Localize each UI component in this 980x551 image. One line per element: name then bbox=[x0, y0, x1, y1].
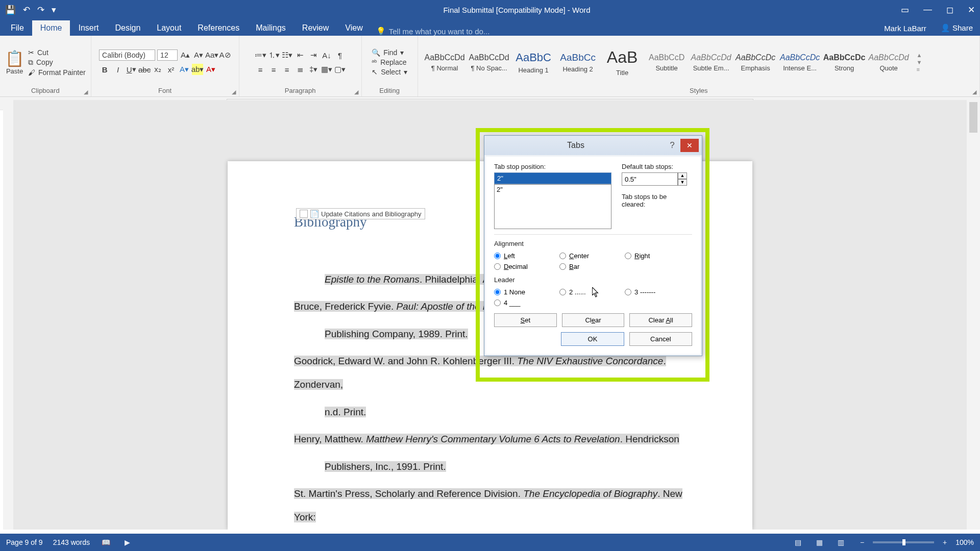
vertical-ruler[interactable] bbox=[3, 100, 13, 530]
justify-icon[interactable]: ≣ bbox=[295, 64, 306, 75]
text-effects-icon[interactable]: A▾ bbox=[179, 64, 190, 75]
clear-button[interactable]: Clear bbox=[562, 313, 625, 327]
web-layout-icon[interactable]: ▥ bbox=[835, 537, 846, 548]
align-right-icon[interactable]: ≡ bbox=[281, 64, 292, 75]
align-center-radio[interactable]: Center bbox=[559, 251, 625, 261]
minimize-icon[interactable]: — bbox=[923, 5, 932, 15]
print-layout-icon[interactable]: ▦ bbox=[814, 537, 825, 548]
zoom-slider[interactable] bbox=[873, 541, 934, 543]
tab-view[interactable]: View bbox=[337, 20, 371, 36]
style-card[interactable]: AaBbCcDcIntense E... bbox=[778, 42, 822, 82]
close-icon[interactable]: ✕ bbox=[680, 139, 699, 152]
spin-up-icon[interactable]: ▲ bbox=[678, 172, 687, 179]
indent-icon[interactable]: ⇥ bbox=[308, 49, 319, 61]
macro-icon[interactable]: ▶ bbox=[121, 537, 133, 548]
scroll-thumb[interactable] bbox=[969, 102, 977, 133]
bold-button[interactable]: B bbox=[99, 64, 110, 75]
account-name[interactable]: Mark LaBarr bbox=[877, 21, 934, 36]
style-card[interactable]: AaBbCcDd¶ No Spac... bbox=[468, 42, 511, 82]
shading-icon[interactable]: ▦▾ bbox=[321, 64, 332, 75]
list-item[interactable]: 2" bbox=[497, 186, 609, 193]
tab-insert[interactable]: Insert bbox=[70, 20, 107, 36]
outdent-icon[interactable]: ⇤ bbox=[295, 49, 306, 61]
italic-button[interactable]: I bbox=[112, 64, 124, 75]
shrink-font-icon[interactable]: A▾ bbox=[193, 49, 204, 61]
clear-format-icon[interactable]: A⊘ bbox=[219, 49, 231, 61]
format-painter-button[interactable]: 🖌Format Painter bbox=[28, 68, 86, 77]
sort-icon[interactable]: A↓ bbox=[321, 49, 332, 61]
grow-font-icon[interactable]: A▴ bbox=[180, 49, 191, 61]
align-bar-radio[interactable]: Bar bbox=[559, 261, 625, 272]
paste-button[interactable]: 📋 Paste bbox=[5, 49, 24, 75]
style-card[interactable]: AaBbCcDdSubtle Em... bbox=[690, 42, 733, 82]
font-size-select[interactable]: 12 bbox=[157, 49, 178, 61]
page-count[interactable]: Page 9 of 9 bbox=[6, 538, 43, 546]
undo-icon[interactable]: ↶ bbox=[23, 5, 30, 15]
tabstop-input[interactable] bbox=[494, 172, 611, 184]
style-gallery[interactable]: AaBbCcDd¶ NormalAaBbCcDd¶ No Spac...AaBb… bbox=[423, 40, 911, 84]
line-spacing-icon[interactable]: ‡▾ bbox=[308, 64, 319, 75]
font-family-select[interactable]: Calibri (Body) bbox=[99, 49, 155, 61]
spin-down-icon[interactable]: ▼ bbox=[678, 179, 687, 186]
zoom-level[interactable]: 100% bbox=[955, 538, 974, 546]
help-icon[interactable]: ? bbox=[664, 140, 680, 151]
clear-all-button[interactable]: Clear All bbox=[629, 313, 692, 327]
styles-expand-icon[interactable]: ≡ bbox=[917, 66, 922, 72]
highlight-icon[interactable]: ab▾ bbox=[192, 64, 203, 75]
strike-button[interactable]: abc bbox=[139, 64, 150, 75]
find-button[interactable]: 🔍Find ▾ bbox=[372, 48, 407, 57]
style-card[interactable]: AaBbCcDdQuote bbox=[867, 42, 911, 82]
font-color-icon[interactable]: A▾ bbox=[205, 64, 216, 75]
leader-1-radio[interactable]: 1 None bbox=[494, 287, 559, 297]
tab-design[interactable]: Design bbox=[107, 20, 149, 36]
style-card[interactable]: AaBbCcDd¶ Normal bbox=[423, 42, 467, 82]
tab-home[interactable]: Home bbox=[32, 20, 70, 36]
tab-layout[interactable]: Layout bbox=[149, 20, 189, 36]
share-button[interactable]: 👤 Share bbox=[934, 20, 980, 36]
ribbon-display-icon[interactable]: ▭ bbox=[901, 5, 909, 15]
vertical-scrollbar[interactable] bbox=[967, 100, 980, 530]
tabstop-list[interactable]: 2" bbox=[494, 184, 611, 229]
align-center-icon[interactable]: ≡ bbox=[268, 64, 279, 75]
tab-file[interactable]: File bbox=[3, 20, 32, 36]
set-button[interactable]: Set bbox=[494, 313, 557, 327]
spellcheck-icon[interactable]: 📖 bbox=[100, 537, 111, 548]
copy-button[interactable]: ⧉Copy bbox=[28, 58, 86, 67]
show-marks-icon[interactable]: ¶ bbox=[334, 49, 346, 61]
leader-4-radio[interactable]: 4 ___ bbox=[494, 297, 559, 308]
leader-2-radio[interactable]: 2 ...... bbox=[559, 287, 625, 297]
styles-up-icon[interactable]: ▲ bbox=[917, 52, 922, 58]
align-right-radio[interactable]: Right bbox=[625, 251, 690, 261]
style-card[interactable]: AaBbCcDcEmphasis bbox=[734, 42, 777, 82]
dialog-launcher-icon[interactable]: ◢ bbox=[972, 89, 976, 95]
tab-references[interactable]: References bbox=[189, 20, 248, 36]
style-card[interactable]: AaBbCHeading 1 bbox=[512, 42, 555, 82]
select-button[interactable]: ↖Select ▾ bbox=[372, 68, 407, 76]
align-decimal-radio[interactable]: Decimal bbox=[494, 261, 559, 272]
citations-banner[interactable]: 📄 Update Citations and Bibliography bbox=[296, 208, 425, 219]
subscript-button[interactable]: x₂ bbox=[152, 64, 163, 75]
default-tabs-input[interactable] bbox=[622, 172, 678, 186]
style-card[interactable]: AaBbCcDSubtitle bbox=[645, 42, 689, 82]
borders-icon[interactable]: ▢▾ bbox=[334, 64, 346, 75]
leader-3-radio[interactable]: 3 ------- bbox=[625, 287, 690, 297]
bullets-icon[interactable]: ≔▾ bbox=[255, 49, 266, 61]
align-left-icon[interactable]: ≡ bbox=[255, 64, 266, 75]
style-card[interactable]: AaBTitle bbox=[601, 42, 644, 82]
word-count[interactable]: 2143 words bbox=[53, 538, 90, 546]
zoom-out-icon[interactable]: − bbox=[856, 537, 868, 548]
tell-me-input[interactable]: 💡Tell me what you want to do... bbox=[376, 27, 490, 36]
replace-button[interactable]: ᵃᵇReplace bbox=[372, 58, 407, 66]
dialog-launcher-icon[interactable]: ◢ bbox=[232, 89, 236, 95]
underline-button[interactable]: U▾ bbox=[126, 64, 137, 75]
save-icon[interactable]: 💾 bbox=[5, 5, 16, 15]
styles-down-icon[interactable]: ▼ bbox=[917, 59, 922, 65]
style-card[interactable]: AaBbCcHeading 2 bbox=[556, 42, 600, 82]
cancel-button[interactable]: Cancel bbox=[629, 332, 692, 346]
tab-mailings[interactable]: Mailings bbox=[248, 20, 294, 36]
multilevel-icon[interactable]: ☷▾ bbox=[281, 49, 292, 61]
qat-custom-icon[interactable]: ▾ bbox=[52, 5, 56, 15]
redo-icon[interactable]: ↷ bbox=[37, 5, 44, 15]
align-left-radio[interactable]: LLefteft bbox=[494, 251, 559, 261]
dialog-launcher-icon[interactable]: ◢ bbox=[354, 89, 358, 95]
